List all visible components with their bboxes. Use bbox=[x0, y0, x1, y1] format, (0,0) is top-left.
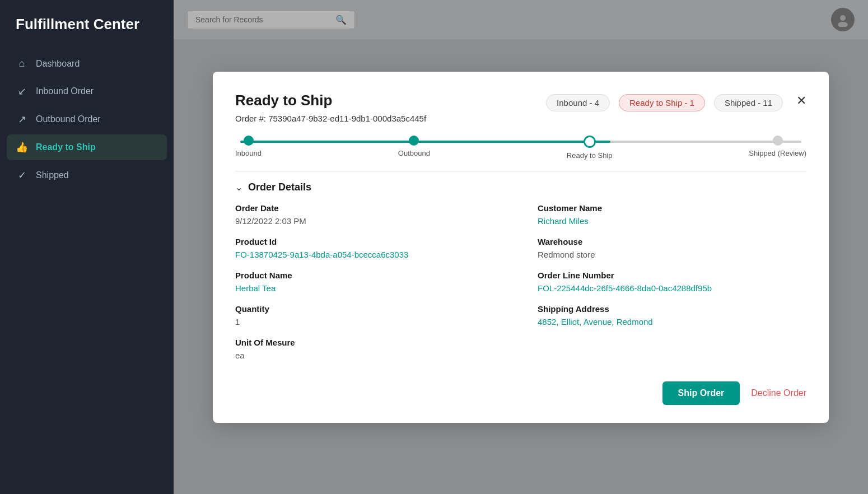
sidebar: Fulfillment Center ⌂ Dashboard ↙ Inbound… bbox=[0, 0, 174, 494]
field-order-line: Order Line Number FOL-225444dc-26f5-4666… bbox=[538, 271, 806, 293]
product-name-value: Herbal Tea bbox=[235, 283, 504, 293]
section-title: Order Details bbox=[248, 181, 311, 193]
order-line-value: FOL-225444dc-26f5-4666-8da0-0ac4288df95b bbox=[538, 283, 806, 293]
decline-order-button[interactable]: Decline Order bbox=[751, 388, 806, 398]
product-id-value: FO-13870425-9a13-4bda-a054-bcecca6c3033 bbox=[235, 250, 504, 259]
modal-badges: Inbound - 4 Ready to Ship - 1 Shipped - … bbox=[546, 94, 783, 111]
modal: Ready to Ship Inbound - 4 Ready to Ship … bbox=[213, 72, 829, 423]
step-label-ready: Ready to Ship bbox=[567, 151, 613, 160]
inbound-icon: ↙ bbox=[16, 85, 28, 97]
order-line-label: Order Line Number bbox=[538, 271, 806, 280]
details-grid: Order Date 9/12/2022 2:03 PM Product Id … bbox=[235, 203, 806, 371]
modal-header: Ready to Ship Inbound - 4 Ready to Ship … bbox=[235, 92, 806, 111]
thumbs-up-icon: 👍 bbox=[16, 141, 28, 153]
field-order-date: Order Date 9/12/2022 2:03 PM bbox=[235, 203, 504, 226]
warehouse-label: Warehouse bbox=[538, 237, 806, 246]
modal-title-block: Ready to Ship bbox=[235, 92, 332, 109]
outbound-icon: ↗ bbox=[16, 113, 28, 125]
left-column: Order Date 9/12/2022 2:03 PM Product Id … bbox=[235, 203, 504, 371]
sidebar-item-label: Inbound Order bbox=[36, 86, 94, 96]
sidebar-item-inbound-order[interactable]: ↙ Inbound Order bbox=[7, 78, 167, 104]
field-uom: Unit Of Mesure ea bbox=[235, 338, 504, 360]
modal-title: Ready to Ship bbox=[235, 92, 332, 109]
step-outbound: Outbound bbox=[398, 136, 430, 160]
step-dot-outbound bbox=[409, 136, 419, 146]
progress-steps: Inbound Outbound Ready to Ship bbox=[235, 136, 806, 160]
app-title: Fulfillment Center bbox=[0, 0, 174, 51]
product-id-label: Product Id bbox=[235, 237, 504, 246]
order-date-value: 9/12/2022 2:03 PM bbox=[235, 216, 504, 226]
section-header[interactable]: ⌄ Order Details bbox=[235, 181, 806, 193]
step-inbound: Inbound bbox=[235, 136, 262, 160]
uom-value: ea bbox=[235, 351, 504, 360]
sidebar-nav: ⌂ Dashboard ↙ Inbound Order ↗ Outbound O… bbox=[0, 51, 174, 188]
shipping-address-label: Shipping Address bbox=[538, 304, 806, 314]
modal-footer: Ship Order Decline Order bbox=[235, 381, 806, 405]
step-label-inbound: Inbound bbox=[235, 149, 262, 157]
order-number: Order #: 75390a47-9b32-ed11-9db1-000d3a5… bbox=[235, 114, 806, 123]
home-icon: ⌂ bbox=[16, 58, 28, 69]
uom-label: Unit Of Mesure bbox=[235, 338, 504, 347]
shipping-address-value: 4852, Elliot, Avenue, Redmond bbox=[538, 317, 806, 327]
field-product-id: Product Id FO-13870425-9a13-4bda-a054-bc… bbox=[235, 237, 504, 259]
quantity-label: Quantity bbox=[235, 304, 504, 314]
customer-name-label: Customer Name bbox=[538, 203, 806, 213]
field-warehouse: Warehouse Redmond store bbox=[538, 237, 806, 259]
sidebar-item-ready-to-ship[interactable]: 👍 Ready to Ship bbox=[7, 134, 167, 160]
step-dot-ready bbox=[584, 136, 596, 148]
sidebar-item-dashboard[interactable]: ⌂ Dashboard bbox=[7, 51, 167, 76]
warehouse-value: Redmond store bbox=[538, 250, 806, 259]
main-content: 🔍 Ready to Ship Inbound - 4 Ready to Shi… bbox=[174, 0, 868, 494]
field-quantity: Quantity 1 bbox=[235, 304, 504, 327]
sidebar-item-label: Outbound Order bbox=[36, 114, 101, 124]
product-name-label: Product Name bbox=[235, 271, 504, 280]
sidebar-item-label: Ready to Ship bbox=[36, 142, 96, 152]
field-shipping-address: Shipping Address 4852, Elliot, Avenue, R… bbox=[538, 304, 806, 327]
field-customer-name: Customer Name Richard Miles bbox=[538, 203, 806, 226]
badge-ready: Ready to Ship - 1 bbox=[619, 94, 705, 111]
step-dot-inbound bbox=[244, 136, 254, 146]
step-ready: Ready to Ship bbox=[567, 136, 613, 160]
step-label-outbound: Outbound bbox=[398, 149, 430, 157]
order-date-label: Order Date bbox=[235, 203, 504, 213]
sidebar-item-label: Dashboard bbox=[36, 59, 80, 69]
close-button[interactable]: ✕ bbox=[796, 95, 806, 107]
progress-bar: Inbound Outbound Ready to Ship bbox=[235, 136, 806, 160]
sidebar-item-shipped[interactable]: ✓ Shipped bbox=[7, 162, 167, 188]
field-product-name: Product Name Herbal Tea bbox=[235, 271, 504, 293]
step-shipped: Shipped (Review) bbox=[749, 136, 806, 160]
badge-shipped: Shipped - 11 bbox=[714, 94, 783, 111]
sidebar-item-outbound-order[interactable]: ↗ Outbound Order bbox=[7, 106, 167, 132]
step-label-shipped: Shipped (Review) bbox=[749, 149, 806, 157]
divider bbox=[235, 171, 806, 171]
ship-order-button[interactable]: Ship Order bbox=[662, 381, 740, 405]
customer-name-value: Richard Miles bbox=[538, 216, 806, 226]
badge-inbound: Inbound - 4 bbox=[546, 94, 610, 111]
sidebar-item-label: Shipped bbox=[36, 170, 69, 180]
check-icon: ✓ bbox=[16, 169, 28, 181]
chevron-down-icon: ⌄ bbox=[235, 182, 242, 193]
quantity-value: 1 bbox=[235, 317, 504, 327]
right-column: Customer Name Richard Miles Warehouse Re… bbox=[538, 203, 806, 371]
step-dot-shipped bbox=[773, 136, 783, 146]
modal-overlay: Ready to Ship Inbound - 4 Ready to Ship … bbox=[174, 0, 868, 494]
